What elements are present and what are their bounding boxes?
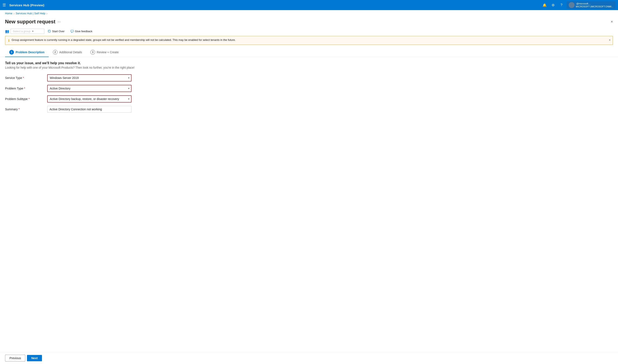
alert-banner: ℹ Group assignment feature is currently … [5, 36, 613, 45]
bottom-navigation: Previous Next [0, 352, 618, 364]
summary-row: Summary * [5, 106, 613, 113]
hamburger-menu[interactable]: ☰ [2, 3, 6, 7]
problem-type-required: * [24, 87, 25, 90]
form-area: Tell us your issue, and we'll help you r… [0, 57, 618, 352]
app-title: Services Hub (Preview) [9, 3, 541, 7]
next-button[interactable]: Next [27, 355, 42, 361]
page-title-row: New support request ··· [5, 19, 61, 25]
settings-icon[interactable]: ⚙ [550, 2, 556, 8]
breadcrumb: Home › Services Hub | Self Help › [0, 10, 618, 17]
user-menu[interactable]: :@microsoft.... MICROSOFT (MICROSOFT.ONM… [567, 1, 616, 9]
breadcrumb-selfhelp[interactable]: Services Hub | Self Help [16, 12, 45, 15]
toolbar: 👥 Select a group ▾ Start Over Give feedb… [0, 27, 618, 36]
problem-type-row: Problem Type * Active Directory DNS DHCP… [5, 85, 613, 92]
summary-label: Summary * [5, 108, 47, 111]
people-icon: 👥 [5, 29, 9, 33]
group-dropdown[interactable]: Select a group ▾ [11, 29, 44, 34]
problem-subtype-required: * [28, 97, 29, 101]
tab-additional-details[interactable]: 2 Additional Details [49, 47, 86, 57]
close-button[interactable]: × [611, 20, 613, 24]
problem-subtype-row: Problem Subtype * Active Directory backu… [5, 95, 613, 103]
group-dropdown-value: Select a group [13, 30, 30, 33]
step-num-2: 2 [53, 50, 57, 54]
feedback-icon [70, 29, 74, 33]
service-type-label: Service Type * [5, 76, 47, 79]
step-num-1: 1 [9, 50, 14, 54]
notification-icon[interactable]: 🔔 [541, 2, 548, 8]
step-num-3: 3 [90, 50, 95, 54]
svg-rect-0 [71, 30, 73, 32]
topbar-icons: 🔔 ⚙ ? :@microsoft.... MICROSOFT (MICROSO… [541, 1, 616, 9]
page-header: New support request ··· × [0, 17, 618, 27]
give-feedback-button[interactable]: Give feedback [68, 28, 95, 34]
breadcrumb-chevron-1: › [14, 12, 14, 15]
breadcrumb-chevron-2: › [47, 12, 47, 15]
tab-review-create[interactable]: 3 Review + Create [86, 47, 123, 57]
topbar: ☰ Services Hub (Preview) 🔔 ⚙ ? :@microso… [0, 0, 618, 10]
alert-close-button[interactable]: × [609, 38, 611, 42]
service-type-row: Service Type * Windows Server 2019 Windo… [5, 74, 613, 81]
tab-label-3: Review + Create [97, 51, 119, 54]
give-feedback-label: Give feedback [75, 30, 92, 33]
summary-required: * [19, 108, 20, 111]
alert-message: Group assignment feature is currently ru… [12, 38, 236, 41]
step-tabs: 1 Problem Description 2 Additional Detai… [0, 47, 618, 57]
previous-button[interactable]: Previous [5, 355, 25, 362]
form-headline: Tell us your issue, and we'll help you r… [5, 61, 613, 65]
group-dropdown-chevron: ▾ [32, 30, 33, 33]
tab-problem-description[interactable]: 1 Problem Description [5, 47, 49, 57]
user-label: :@microsoft.... MICROSOFT (MICROSOFT.ONM… [576, 2, 613, 8]
main-content: Home › Services Hub | Self Help › New su… [0, 10, 618, 364]
avatar [569, 2, 575, 8]
alert-icon: ℹ [8, 39, 10, 42]
problem-subtype-select-wrapper: Active Directory backup, restore, or dis… [47, 95, 132, 103]
page-title-more[interactable]: ··· [57, 20, 61, 24]
form-subtitle: Looking for help with one of your Micros… [5, 66, 613, 69]
problem-subtype-select[interactable]: Active Directory backup, restore, or dis… [47, 95, 132, 103]
summary-input[interactable] [47, 106, 132, 113]
start-over-icon [48, 29, 51, 33]
service-type-required: * [23, 76, 24, 79]
problem-type-label: Problem Type * [5, 87, 47, 90]
tab-label-2: Additional Details [59, 51, 82, 54]
page-title: New support request [5, 19, 55, 25]
tab-label-1: Problem Description [16, 51, 44, 54]
problem-type-select-wrapper: Active Directory DNS DHCP Group Policy ▾ [47, 85, 132, 92]
problem-type-select[interactable]: Active Directory DNS DHCP Group Policy [47, 85, 132, 92]
service-type-select-wrapper: Windows Server 2019 Windows Server 2016 … [47, 74, 132, 81]
problem-subtype-label: Problem Subtype * [5, 97, 47, 101]
breadcrumb-home[interactable]: Home [5, 12, 13, 15]
help-icon[interactable]: ? [558, 2, 565, 8]
start-over-button[interactable]: Start Over [45, 28, 67, 34]
start-over-label: Start Over [52, 30, 65, 33]
service-type-select[interactable]: Windows Server 2019 Windows Server 2016 … [47, 74, 132, 81]
